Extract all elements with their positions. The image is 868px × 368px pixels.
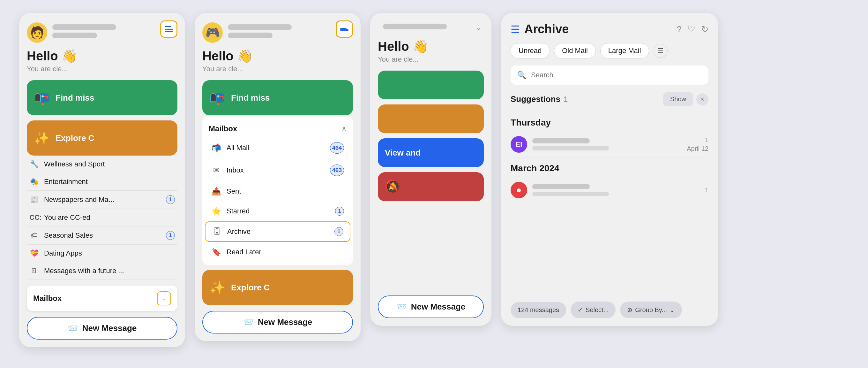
phone1-menu-btn[interactable] <box>160 21 178 38</box>
filter-old-mail[interactable]: Old Mail <box>554 43 596 58</box>
phone1-mailbox-label: Mailbox <box>33 294 62 303</box>
hamburger-icon <box>165 26 173 32</box>
phone-card-1: 🧑 ⌄ Hello 👋 You are cle... 📭 Find m <box>19 13 185 347</box>
suggestions-close-btn[interactable]: × <box>696 93 708 106</box>
mailbox-row-archive[interactable]: 🗄 Archive 1 <box>205 221 350 242</box>
cc-label: You are CC-ed <box>44 214 175 222</box>
allmail-badge: 464 <box>330 142 344 154</box>
suggestions-show-btn[interactable]: Show <box>663 92 693 106</box>
phone2-new-message-btn[interactable]: 📨 New Message <box>202 311 353 334</box>
mail-count-1: 1 <box>687 136 708 144</box>
phone2-action-cards-top: 📭 Find miss <box>202 80 353 115</box>
action-card-find[interactable]: 📭 Find miss <box>27 80 178 115</box>
mailbox-row-starred[interactable]: ⭐ Starred 1 <box>205 202 350 221</box>
phone3-explore-card[interactable] <box>378 105 484 133</box>
mail-row-march-1[interactable]: ● 1 <box>510 177 708 203</box>
allmail-label: All Mail <box>226 144 325 152</box>
phone1-hello: Hello 👋 You are cle... <box>27 49 178 79</box>
phone2-name-bar <box>228 24 292 30</box>
mailbox-row-inbox[interactable]: ✉ Inbox 463 <box>205 160 350 181</box>
phone2-mailbox-collapse[interactable]: ∧ <box>341 124 347 133</box>
phone3-hello: Hello 👋 You are cle... <box>378 39 484 69</box>
wellness-icon: 🔧 <box>29 160 39 168</box>
group-by-label: Group By... <box>635 306 667 314</box>
mail-name-bar-1 <box>532 138 590 143</box>
phone1-action-cards: 📭 Find miss ✨ Explore C <box>27 80 178 155</box>
action-card-explore[interactable]: ✨ Explore C <box>27 120 178 155</box>
mail-date-1: April 12 <box>687 145 708 152</box>
phone3-chevron-btn[interactable]: ⌄ <box>473 22 484 33</box>
mailbox-row-allmail[interactable]: 📬 All Mail 464 <box>205 137 350 159</box>
mail-subject-bar-march <box>532 192 609 196</box>
phone3-new-message-btn[interactable]: 📨 New Message <box>378 295 484 318</box>
archive-search-input[interactable] <box>531 71 702 79</box>
group-by-chip[interactable]: ⊕ Group By... ⌄ <box>620 302 682 318</box>
phone-card-3: ⌄ Hello 👋 You are cle... View and 🔕 📨 Ne… <box>370 13 491 326</box>
sidebar-item-future[interactable]: 🗓 Messages with a future ... <box>27 262 178 280</box>
phone-card-2: 🎮 ⌄ Hello 👋 You are cle... 📭 Find m <box>195 13 361 341</box>
sidebar-item-wellness[interactable]: 🔧 Wellness and Sport <box>27 155 178 173</box>
messages-count-chip[interactable]: 124 messages <box>510 302 566 318</box>
phone2-explore-text: Explore C <box>231 283 270 292</box>
dating-icon: 💝 <box>29 249 39 257</box>
filter-large-mail[interactable]: Large Mail <box>600 43 649 58</box>
sales-label: Seasonal Sales <box>44 231 161 239</box>
phone3-action-cards: View and 🔕 <box>378 70 484 201</box>
search-icon: 🔍 <box>517 70 527 80</box>
phone3-red-card[interactable]: 🔕 <box>378 172 484 201</box>
sales-badge: 1 <box>166 231 175 240</box>
phone2-explore-card[interactable]: ✨ Explore C <box>202 270 353 305</box>
archive-search-bar[interactable]: 🔍 <box>510 65 708 85</box>
suggestions-label-area: Suggestions 1 <box>510 94 663 104</box>
mail-content-march <box>532 184 700 196</box>
archive-panel-header: ☰ Archive ? ♡ ↻ <box>510 22 708 36</box>
archive-title: Archive <box>524 22 569 36</box>
select-chip[interactable]: ✓ Select... <box>570 302 616 318</box>
suggestions-controls: Show × <box>663 92 708 106</box>
phone2-new-message-label: New Message <box>258 317 312 327</box>
archive-refresh-btn[interactable]: ↻ <box>701 24 708 34</box>
archive-filter-chips: Unread Old Mail Large Mail ☰ <box>510 43 708 58</box>
phone3-view-text: View and <box>385 148 421 158</box>
archive-help-btn[interactable]: ? <box>677 24 682 34</box>
filter-more-btn[interactable]: ☰ <box>654 44 668 58</box>
archive-title-area: ☰ Archive <box>510 22 569 36</box>
mail-avatar-ei: EI <box>510 136 527 153</box>
phone3-name-bar <box>383 24 447 29</box>
mailbox-row-readlater[interactable]: 🔖 Read Later <box>205 243 350 262</box>
phone1-mailbox-chevron[interactable]: ⌄ <box>157 291 171 305</box>
phone2-new-message-icon: 📨 <box>243 317 253 327</box>
archive-heart-btn[interactable]: ♡ <box>687 24 695 34</box>
phone2-avatar: 🎮 <box>202 22 223 43</box>
readlater-icon: 🔖 <box>211 248 221 256</box>
phone2-explore-icon: ✨ <box>209 280 225 295</box>
future-label: Messages with a future ... <box>44 267 175 275</box>
hamburger-line-2 <box>165 29 173 30</box>
phone3-subtitle: You are cle... <box>378 55 484 63</box>
archive-row-icon: 🗄 <box>212 227 222 236</box>
suggestions-title: Suggestions <box>510 94 560 104</box>
phone1-mailbox-dropdown[interactable]: Mailbox ⌄ <box>27 286 178 311</box>
phone3-view-card[interactable]: View and <box>378 138 484 167</box>
select-check-icon: ✓ <box>578 306 583 314</box>
archive-action-buttons: ? ♡ ↻ <box>677 24 708 34</box>
mail-count-march: 1 <box>705 187 708 194</box>
sidebar-item-entertainment[interactable]: 🎭 Entertainment <box>27 173 178 191</box>
phone2-action-card-find[interactable]: 📭 Find miss <box>202 80 353 115</box>
mailbox-row-sent[interactable]: 📤 Sent <box>205 182 350 201</box>
phone1-new-message-btn[interactable]: 📨 New Message <box>27 317 178 340</box>
phone3-find-card[interactable] <box>378 70 484 100</box>
sidebar-item-cc[interactable]: CC: You are CC-ed <box>27 209 178 226</box>
sidebar-item-dating[interactable]: 💝 Dating Apps <box>27 245 178 262</box>
sidebar-item-newspapers[interactable]: 📰 Newspapers and Ma... 1 <box>27 191 178 209</box>
phone1-header-text <box>52 24 166 41</box>
explore-card-icon: ✨ <box>34 131 50 146</box>
inbox-icon: ✉ <box>211 166 221 175</box>
mail-row-thursday-1[interactable]: EI 1 April 12 <box>510 132 708 158</box>
phone2-menu-btn[interactable] <box>336 21 353 38</box>
sidebar-item-sales[interactable]: 🏷 Seasonal Sales 1 <box>27 226 178 245</box>
filter-unread[interactable]: Unread <box>510 43 550 58</box>
phone1-name-bar2 <box>52 33 97 38</box>
phone1-greeting: Hello 👋 <box>27 49 178 63</box>
phone1-avatar: 🧑 <box>27 22 47 43</box>
